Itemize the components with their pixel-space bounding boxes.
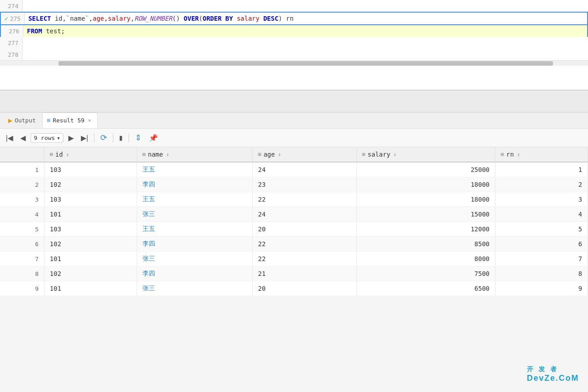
table-row: 9101张三2065009 <box>0 281 588 296</box>
td-age: 24 <box>252 162 356 177</box>
resize-button[interactable]: ⇕ <box>133 131 144 144</box>
td-salary: 6500 <box>356 281 495 296</box>
td-id: 103 <box>44 162 137 177</box>
col-label-age: age <box>263 151 275 158</box>
td-rn: 9 <box>495 281 588 296</box>
th-age[interactable]: ⊞ age ⇕ <box>252 147 356 162</box>
td-age: 22 <box>252 252 356 266</box>
col-icon-salary: ⊞ <box>362 151 365 158</box>
line-gutter-274: 274 <box>0 0 22 12</box>
line-content-274[interactable] <box>22 0 588 12</box>
refresh-button[interactable]: ⟳ <box>98 131 109 144</box>
table-body: 1103王五242500012102李四231800023103王五221800… <box>0 162 588 296</box>
results-table-wrapper[interactable]: ⊞ id ⇕ ⊞ name ⇕ ⊞ <box>0 147 588 296</box>
td-salary: 8500 <box>356 237 495 252</box>
row-num-cell: 9 <box>0 281 44 296</box>
td-salary: 15000 <box>356 207 495 222</box>
td-rn: 6 <box>495 237 588 252</box>
td-salary: 12000 <box>356 222 495 237</box>
code-line-275: ✓ 275 SELECT id,`name`,age,salary,ROW_NU… <box>0 12 588 25</box>
col-icon-age: ⊞ <box>258 151 261 158</box>
line-content-277[interactable] <box>22 37 588 49</box>
code-line-276: 276 FROM test; <box>0 25 588 37</box>
result-tab-icon: ⊞ <box>47 117 51 124</box>
next-page-button[interactable]: ▶ <box>66 132 76 144</box>
rows-count-label: 9 rows <box>34 135 55 141</box>
tab-close-button[interactable]: × <box>87 117 93 124</box>
th-id[interactable]: ⊞ id ⇕ <box>44 147 137 162</box>
td-rn: 7 <box>495 252 588 266</box>
code-line-278: 278 <box>0 49 588 60</box>
th-salary[interactable]: ⊞ salary ⇕ <box>356 147 495 162</box>
last-page-button[interactable]: ▶| <box>79 132 90 144</box>
table-row: 5103王五20120005 <box>0 222 588 237</box>
line-number-277: 277 <box>8 40 18 46</box>
table-row: 1103王五24250001 <box>0 162 588 177</box>
td-salary: 25000 <box>356 162 495 177</box>
results-table: ⊞ id ⇕ ⊞ name ⇕ ⊞ <box>0 147 588 296</box>
result-toolbar: |◀ ◀ 9 rows ▾ ▶ ▶| ⟳ ▮ ⇕ 📌 <box>0 129 588 147</box>
line-number-275: 275 <box>10 15 20 22</box>
chevron-down-icon: ▾ <box>57 135 60 141</box>
stop-button[interactable]: ▮ <box>117 133 125 143</box>
col-icon-rn: ⊞ <box>501 151 504 158</box>
panel-gap <box>0 90 588 113</box>
sort-arrows-name[interactable]: ⇕ <box>166 152 169 158</box>
sort-arrows-age[interactable]: ⇕ <box>278 152 281 158</box>
table-header-row: ⊞ id ⇕ ⊞ name ⇕ ⊞ <box>0 147 588 162</box>
td-rn: 1 <box>495 162 588 177</box>
line-content-275[interactable]: SELECT id,`name`,age,salary,ROW_NUMBER()… <box>25 13 587 24</box>
td-id: 101 <box>44 207 137 222</box>
td-id: 102 <box>44 266 137 281</box>
td-age: 22 <box>252 237 356 252</box>
code-lines: 274 ✓ 275 SELECT id,`name`,age,salary,RO… <box>0 0 588 60</box>
pin-button[interactable]: 📌 <box>147 132 160 144</box>
row-num-cell: 7 <box>0 252 44 266</box>
line-gutter-278: 278 <box>0 49 22 60</box>
td-age: 21 <box>252 266 356 281</box>
td-age: 23 <box>252 177 356 192</box>
code-line-277: 277 <box>0 37 588 49</box>
row-num-cell: 5 <box>0 222 44 237</box>
col-icon-id: ⊞ <box>50 151 53 158</box>
first-page-button[interactable]: |◀ <box>4 132 15 144</box>
col-label-salary: salary <box>368 151 391 158</box>
td-name: 李四 <box>137 266 252 281</box>
row-num-cell: 4 <box>0 207 44 222</box>
check-icon-275: ✓ <box>4 15 8 22</box>
td-name: 李四 <box>137 177 252 192</box>
th-rownum <box>0 147 44 162</box>
prev-page-button[interactable]: ◀ <box>18 132 28 144</box>
line-content-276[interactable]: FROM test; <box>23 25 587 37</box>
col-label-id: id <box>55 151 63 158</box>
th-name[interactable]: ⊞ name ⇕ <box>137 147 252 162</box>
editor-scrollbar-area[interactable] <box>0 60 588 66</box>
editor-scrollbar-thumb[interactable] <box>58 61 553 66</box>
th-rn[interactable]: ⊞ rn ⇕ <box>495 147 588 162</box>
toolbar-divider-1 <box>94 133 94 142</box>
sort-arrows-rn[interactable]: ⇕ <box>517 152 520 158</box>
sort-arrows-id[interactable]: ⇕ <box>66 152 69 158</box>
rows-selector[interactable]: 9 rows ▾ <box>31 133 63 143</box>
td-name: 王五 <box>137 222 252 237</box>
td-name: 张三 <box>137 207 252 222</box>
line-number-276: 276 <box>9 28 19 35</box>
output-panel: ▶ Output ⊞ Result 59 × |◀ ◀ 9 rows ▾ ▶ ▶… <box>0 113 588 296</box>
code-line-274: 274 <box>0 0 588 12</box>
row-num-cell: 8 <box>0 266 44 281</box>
tab-output[interactable]: ▶ Output <box>4 113 40 128</box>
td-salary: 18000 <box>356 177 495 192</box>
output-tab-icon: ▶ <box>8 116 13 125</box>
td-rn: 3 <box>495 192 588 207</box>
tab-result[interactable]: ⊞ Result 59 × <box>42 113 98 128</box>
td-name: 张三 <box>137 281 252 296</box>
td-age: 20 <box>252 222 356 237</box>
line-content-278[interactable] <box>22 49 588 60</box>
row-num-cell: 2 <box>0 177 44 192</box>
table-row: 3103王五22180003 <box>0 192 588 207</box>
td-name: 张三 <box>137 252 252 266</box>
td-id: 103 <box>44 222 137 237</box>
output-tabs: ▶ Output ⊞ Result 59 × <box>0 113 588 129</box>
td-salary: 18000 <box>356 192 495 207</box>
sort-arrows-salary[interactable]: ⇕ <box>393 152 396 158</box>
